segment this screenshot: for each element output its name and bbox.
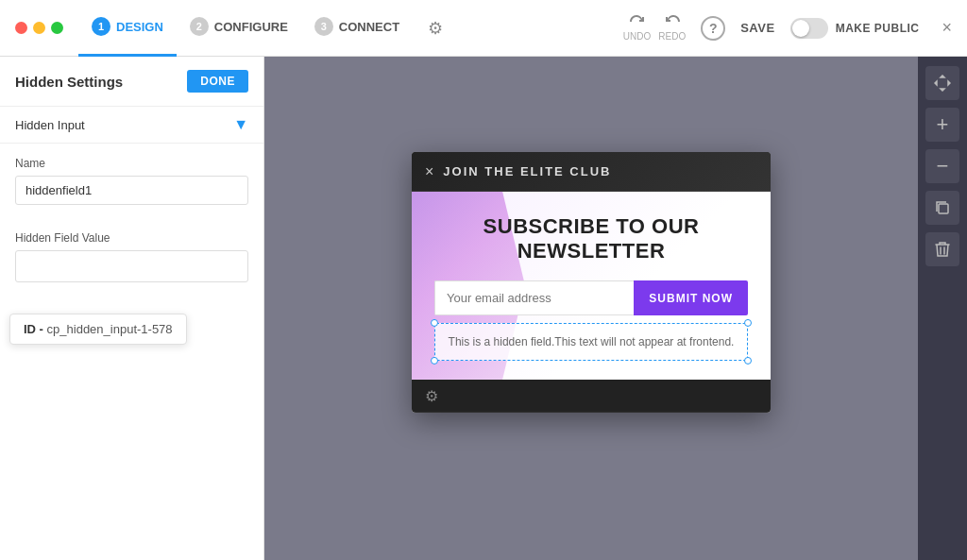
close-window-btn[interactable] bbox=[15, 22, 27, 34]
name-field-input[interactable] bbox=[15, 176, 248, 205]
popup-header: × JOIN THE ELITE CLUB bbox=[412, 151, 771, 191]
step-design-label: DESIGN bbox=[116, 20, 163, 34]
popup-body: SUBSCRIBE TO OUR NEWSLETTER SUBMIT NOW T… bbox=[412, 191, 771, 380]
undo-label: UNDO bbox=[623, 31, 651, 42]
hidden-input-label: Hidden Input bbox=[15, 118, 85, 132]
right-toolbar: + − bbox=[918, 57, 967, 560]
step-configure-num: 2 bbox=[190, 17, 209, 36]
make-public-toggle-group: MAKE PUBLIC bbox=[790, 18, 920, 39]
redo-button[interactable]: REDO bbox=[658, 14, 686, 42]
hidden-field-text: This is a hidden field.This text will no… bbox=[449, 335, 735, 348]
id-prefix: ID - bbox=[24, 322, 43, 336]
minimize-window-btn[interactable] bbox=[33, 22, 45, 34]
popup-close-icon[interactable]: × bbox=[425, 162, 433, 179]
step-connect-label: CONNECT bbox=[339, 20, 399, 34]
id-tooltip: ID - cp_hidden_input-1-578 bbox=[9, 314, 187, 345]
popup-form: SUBMIT NOW bbox=[434, 280, 748, 315]
undo-button[interactable]: UNDO bbox=[623, 14, 651, 42]
topbar: 1 DESIGN 2 CONFIGURE 3 CONNECT ⚙ UNDO bbox=[0, 0, 967, 57]
form-popup: × JOIN THE ELITE CLUB SUBSCRIBE TO OUR N… bbox=[412, 151, 771, 413]
zoom-in-button[interactable]: + bbox=[925, 108, 959, 142]
hidden-field-preview[interactable]: This is a hidden field.This text will no… bbox=[434, 323, 748, 361]
popup-header-title: JOIN THE ELITE CLUB bbox=[443, 164, 611, 178]
sidebar-title: Hidden Settings bbox=[15, 74, 123, 90]
chevron-down-icon[interactable]: ▼ bbox=[233, 116, 248, 133]
name-field-label: Name bbox=[15, 157, 248, 170]
hidden-value-field-input[interactable] bbox=[15, 250, 248, 282]
canvas: × JOIN THE ELITE CLUB SUBSCRIBE TO OUR N… bbox=[264, 57, 918, 560]
popup-footer: ⚙ bbox=[412, 380, 771, 413]
zoom-out-button[interactable]: − bbox=[925, 149, 959, 183]
sidebar-header: Hidden Settings DONE bbox=[0, 57, 263, 107]
sidebar: Hidden Settings DONE Hidden Input ▼ Name… bbox=[0, 57, 264, 560]
popup-email-input[interactable] bbox=[434, 280, 634, 315]
svg-rect-0 bbox=[939, 204, 948, 213]
help-button[interactable]: ? bbox=[701, 16, 725, 41]
hidden-input-section: Hidden Input ▼ bbox=[0, 107, 263, 144]
settings-icon[interactable]: ⚙ bbox=[420, 18, 450, 39]
nav-steps: 1 DESIGN 2 CONFIGURE 3 CONNECT bbox=[78, 0, 413, 57]
toggle-knob bbox=[792, 20, 809, 37]
id-value: cp_hidden_input-1-578 bbox=[47, 322, 173, 336]
copy-button[interactable] bbox=[925, 191, 959, 225]
done-button[interactable]: DONE bbox=[187, 70, 248, 93]
save-button[interactable]: SAVE bbox=[740, 21, 774, 35]
topbar-right: UNDO REDO ? SAVE MAKE PUBLIC × bbox=[623, 14, 952, 42]
make-public-label: MAKE PUBLIC bbox=[836, 22, 920, 35]
popup-submit-button[interactable]: SUBMIT NOW bbox=[634, 280, 748, 315]
step-configure[interactable]: 2 CONFIGURE bbox=[177, 0, 301, 57]
redo-label: REDO bbox=[658, 31, 686, 42]
delete-button[interactable] bbox=[925, 232, 959, 266]
name-field-group: Name bbox=[0, 144, 263, 205]
step-design-num: 1 bbox=[92, 17, 110, 36]
popup-footer-gear-icon[interactable]: ⚙ bbox=[425, 387, 438, 405]
topbar-close-button[interactable]: × bbox=[942, 18, 952, 38]
move-button[interactable] bbox=[925, 66, 959, 100]
make-public-toggle[interactable] bbox=[790, 18, 828, 39]
hidden-value-field-label: Hidden Field Value bbox=[15, 231, 248, 245]
step-connect[interactable]: 3 CONNECT bbox=[301, 0, 413, 57]
undo-redo-group: UNDO REDO bbox=[623, 14, 686, 42]
hidden-value-field-group: Hidden Field Value bbox=[0, 218, 263, 282]
maximize-window-btn[interactable] bbox=[51, 22, 63, 34]
step-design[interactable]: 1 DESIGN bbox=[78, 0, 177, 57]
hidden-input-row: Hidden Input ▼ bbox=[15, 116, 248, 133]
popup-headline: SUBSCRIBE TO OUR NEWSLETTER bbox=[434, 213, 748, 263]
main-layout: Hidden Settings DONE Hidden Input ▼ Name… bbox=[0, 57, 967, 560]
step-configure-label: CONFIGURE bbox=[214, 20, 288, 34]
window-controls bbox=[15, 22, 63, 34]
step-connect-num: 3 bbox=[314, 17, 333, 36]
